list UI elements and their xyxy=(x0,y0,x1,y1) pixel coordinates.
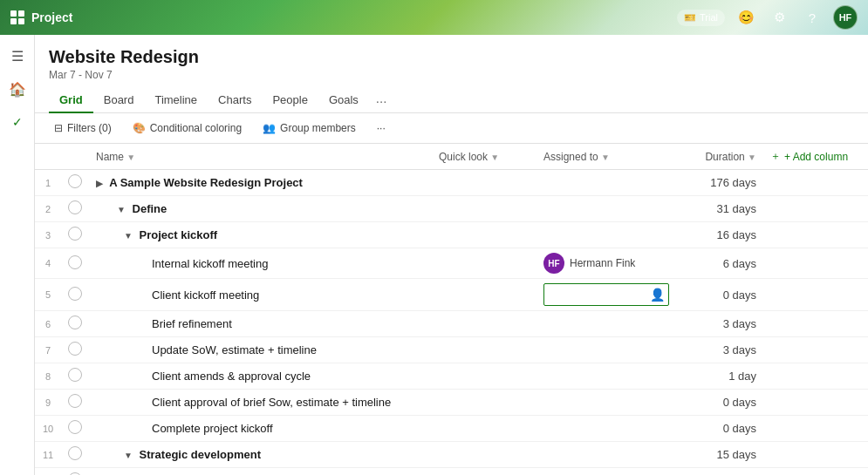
col-num-header xyxy=(35,144,61,170)
row-checkbox[interactable] xyxy=(61,196,89,222)
table-row: 9 Client approval of brief Sow, estimate… xyxy=(35,390,868,416)
task-name-text: Client kickoff meeting xyxy=(96,288,259,302)
quick-sort-icon: ▼ xyxy=(490,153,499,162)
row-name: Client kickoff meeting xyxy=(89,279,432,311)
row-duration: 0 days xyxy=(676,390,763,416)
col-quick-header[interactable]: Quick look ▼ xyxy=(432,144,537,170)
assigned-sort-icon: ▼ xyxy=(601,153,610,162)
row-name: Client approval of brief Sow, estimate +… xyxy=(89,390,432,416)
table-row: 10 Complete project kickoff 0 days xyxy=(35,416,868,442)
chevron-icon[interactable]: ▶ xyxy=(96,179,103,188)
smiley-icon[interactable]: 😊 xyxy=(734,5,758,30)
row-duration: 1 day xyxy=(676,363,763,390)
more-options-button[interactable]: ··· xyxy=(372,119,391,138)
row-num: 12 xyxy=(35,468,61,476)
row-quick xyxy=(432,442,537,468)
row-checkbox[interactable] xyxy=(61,442,89,468)
task-name-text: A Sample Website Redesign Project xyxy=(109,176,303,189)
row-quick xyxy=(432,196,537,222)
row-num: 4 xyxy=(35,248,61,279)
chevron-icon[interactable]: ▼ xyxy=(124,451,133,460)
trial-badge[interactable]: 🎫 Trial xyxy=(677,10,725,26)
table-row: 2 ▼ Define 31 days xyxy=(35,196,868,222)
sidebar-check-icon[interactable]: ✓ xyxy=(3,108,31,136)
assigned-input[interactable]: 👤 xyxy=(543,283,669,306)
row-assigned xyxy=(537,416,676,442)
task-name-text: Update SoW, estimate + timeline xyxy=(96,343,317,356)
user-avatar[interactable]: HF xyxy=(833,5,858,30)
row-extra xyxy=(763,248,868,279)
tab-goals[interactable]: Goals xyxy=(318,88,369,113)
chevron-icon[interactable]: ▼ xyxy=(117,205,126,214)
project-dates: Mar 7 - Nov 7 xyxy=(49,69,854,81)
table-row: 4 Internal kickoff meeting HF Hermann Fi… xyxy=(35,248,868,279)
col-add-header[interactable]: ＋ + Add column xyxy=(763,144,868,170)
add-col-plus-icon: ＋ xyxy=(770,149,781,164)
row-extra xyxy=(763,390,868,416)
row-extra xyxy=(763,196,868,222)
tab-timeline[interactable]: Timeline xyxy=(144,88,208,113)
conditional-coloring-button[interactable]: 🎨 Conditional coloring xyxy=(127,119,247,138)
project-header: Website Redesign Mar 7 - Nov 7 Grid Boar… xyxy=(35,35,868,113)
task-name-text: Brief refinement xyxy=(96,317,232,330)
help-icon[interactable]: ? xyxy=(800,5,824,30)
col-assigned-header[interactable]: Assigned to ▼ xyxy=(537,144,676,170)
row-duration: 15 days xyxy=(676,442,763,468)
row-checkbox[interactable] xyxy=(61,222,89,248)
sidebar-menu-icon[interactable]: ☰ xyxy=(3,42,31,70)
group-members-button[interactable]: 👥 Group members xyxy=(257,119,361,138)
row-assigned[interactable]: 👤 xyxy=(537,279,676,311)
tab-people[interactable]: People xyxy=(262,88,318,113)
row-checkbox[interactable] xyxy=(61,248,89,279)
sidebar-home-icon[interactable]: 🏠 xyxy=(3,75,31,103)
add-column-button[interactable]: ＋ + Add column xyxy=(770,149,861,164)
settings-icon[interactable]: ⚙ xyxy=(767,5,791,30)
filter-icon: ⊟ xyxy=(54,122,63,134)
person-add-icon: 👤 xyxy=(650,288,665,302)
chevron-icon[interactable]: ▼ xyxy=(124,231,133,241)
row-duration: 3 days xyxy=(676,311,763,337)
row-extra xyxy=(763,468,868,476)
top-bar-left: Project xyxy=(10,10,72,24)
row-num: 5 xyxy=(35,279,61,311)
assignee-name: Hermann Fink xyxy=(570,257,635,269)
row-num: 9 xyxy=(35,390,61,416)
trial-icon: 🎫 xyxy=(684,12,696,24)
row-checkbox[interactable] xyxy=(61,468,89,476)
row-checkbox[interactable] xyxy=(61,279,89,311)
row-checkbox[interactable] xyxy=(61,390,89,416)
row-checkbox[interactable] xyxy=(61,311,89,337)
filters-button[interactable]: ⊟ Filters (0) xyxy=(49,119,117,138)
tab-grid[interactable]: Grid xyxy=(49,88,93,113)
row-checkbox[interactable] xyxy=(61,337,89,363)
col-name-header[interactable]: Name ▼ xyxy=(89,144,432,170)
row-checkbox[interactable] xyxy=(61,416,89,442)
row-assigned xyxy=(537,311,676,337)
row-quick xyxy=(432,337,537,363)
row-quick xyxy=(432,222,537,248)
tab-more-icon[interactable]: ··· xyxy=(369,88,394,113)
task-name-text: Define xyxy=(133,202,167,215)
row-name: ▼ Project kickoff xyxy=(89,222,432,248)
row-extra xyxy=(763,222,868,248)
tab-charts[interactable]: Charts xyxy=(208,88,262,113)
row-quick xyxy=(432,363,537,390)
row-duration: 176 days xyxy=(676,170,763,196)
task-table-body: 1 ▶ A Sample Website Redesign Project 17… xyxy=(35,170,868,476)
row-extra xyxy=(763,416,868,442)
row-checkbox[interactable] xyxy=(61,363,89,390)
row-num: 10 xyxy=(35,416,61,442)
row-assigned xyxy=(537,222,676,248)
app-grid-icon[interactable] xyxy=(10,10,24,24)
row-name: Internal kickoff meeting xyxy=(89,248,432,279)
tab-board[interactable]: Board xyxy=(93,88,145,113)
task-table: Name ▼ Quick look ▼ Assigned to ▼ Durati… xyxy=(35,144,868,475)
col-duration-header[interactable]: Duration ▼ xyxy=(676,144,763,170)
row-assigned xyxy=(537,363,676,390)
row-quick xyxy=(432,248,537,279)
row-num: 3 xyxy=(35,222,61,248)
task-name-text: Internal kickoff meeting xyxy=(96,257,268,270)
row-duration: 6 days xyxy=(676,248,763,279)
task-name-text: Complete project kickoff xyxy=(96,422,273,435)
row-checkbox[interactable] xyxy=(61,170,89,196)
